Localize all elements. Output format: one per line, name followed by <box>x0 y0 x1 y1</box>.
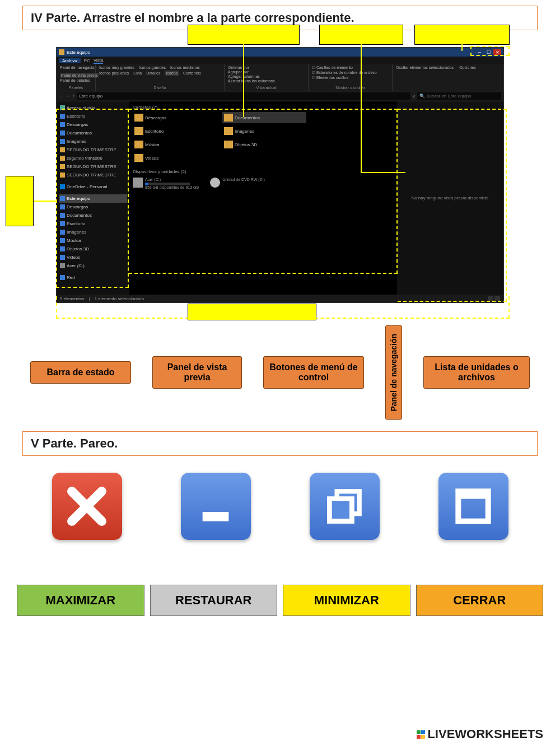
ocultos-check[interactable]: ☐ Elementos ocultos <box>312 76 348 80</box>
connector <box>34 201 57 202</box>
minimize-big-icon[interactable] <box>181 473 251 540</box>
nav-item-selected[interactable]: Este equipo <box>59 194 127 203</box>
status-items: 9 elementos <box>60 296 85 301</box>
label-nav[interactable]: Panel de navegación <box>385 325 402 420</box>
dropzone-top-right1[interactable] <box>319 25 403 45</box>
menu-vista[interactable]: Vista <box>94 58 104 64</box>
dropzone-left[interactable] <box>6 176 34 226</box>
vista-previa-button[interactable]: Panel de vista previa <box>60 73 99 78</box>
app-icon <box>59 49 64 55</box>
casillas-check[interactable]: ☐ Casillas de elemento <box>312 66 353 70</box>
address-bar: ← → ↑ Este equipo v 🔍 Buscar en Este equ… <box>57 91 503 101</box>
nav-item[interactable]: segundo trimestre <box>59 154 127 162</box>
opciones-button[interactable]: Opciones <box>459 66 476 69</box>
maximize-icon[interactable]: ☐ <box>484 49 492 55</box>
panel-nav-button[interactable]: Panel de navegación <box>60 66 96 69</box>
detalles2-button[interactable]: Detalles <box>146 71 160 75</box>
titlebar: Este equipo ─ ☐ ✕ <box>57 48 503 57</box>
label-botones[interactable]: Botones de menú de control <box>263 356 364 389</box>
match-cerrar[interactable]: CERRAR <box>416 585 544 616</box>
nav-item[interactable]: Acceso rápido <box>59 104 127 112</box>
nav-item[interactable]: Documentos <box>59 211 127 220</box>
view-toggle[interactable] <box>488 296 500 301</box>
detalles-button[interactable]: Panel de detalles <box>60 78 90 82</box>
dvd-icon <box>210 178 220 188</box>
menu-file[interactable]: Archivo <box>59 58 81 63</box>
folder-item[interactable]: Documentos <box>222 112 306 123</box>
match-restaurar[interactable]: RESTAURAR <box>150 585 278 616</box>
nav-item[interactable]: Objetos 3D <box>59 245 127 253</box>
svg-rect-2 <box>329 498 352 521</box>
explorer-container: Este equipo ─ ☐ ✕ Archivo PC Vista Panel… <box>0 47 560 303</box>
status-bar: 9 elementos | 1 elemento seleccionado <box>57 295 503 302</box>
nav-item[interactable]: Descargas <box>59 203 127 211</box>
folder-item[interactable]: Imágenes <box>222 125 306 137</box>
folder-item[interactable]: Escritorio <box>133 125 217 137</box>
nav-item[interactable]: OneDrive - Personal <box>59 183 127 191</box>
icons-large-button[interactable]: Iconos muy grandes <box>99 66 134 69</box>
watermark: LIVEWORKSHEETS <box>417 727 543 742</box>
drive-icon <box>133 178 143 188</box>
nav-item[interactable]: Escritorio <box>59 220 127 228</box>
match-maximizar[interactable]: MAXIMIZAR <box>17 585 144 616</box>
ext-check[interactable]: ☑ Extensiones de nombre de archivo <box>312 71 377 75</box>
maximize-big-icon[interactable] <box>438 473 508 540</box>
icons-pequenos-button[interactable]: Iconos pequeños <box>99 71 129 75</box>
ordenar-button[interactable]: Ordenar por <box>228 66 249 69</box>
status-selected: 1 elemento seleccionado <box>95 296 144 301</box>
drive-dvd[interactable]: Unidad de DVD RW (D:) <box>210 178 265 189</box>
nav-item[interactable]: Red <box>59 273 127 282</box>
connector <box>361 44 362 173</box>
search-input[interactable]: 🔍 Buscar en Este equipo <box>417 92 501 100</box>
group-vista-label: Vista actual <box>228 86 305 90</box>
drive-c[interactable]: Acer (C:) 853 GB disponibles de 913 GB <box>133 178 199 189</box>
nav-item[interactable]: Descargas <box>59 120 127 129</box>
part5-title: V Parte. Pareo. <box>22 431 538 456</box>
close-big-icon[interactable] <box>52 473 122 540</box>
ocultar-sel-button[interactable]: Ocultar elementos seleccionados <box>396 66 454 69</box>
content-pane: Carpetas (7) Descargas Documentos Escrit… <box>129 101 397 295</box>
dropzone-bottom[interactable] <box>188 304 316 320</box>
folder-item[interactable]: Videos <box>133 152 217 164</box>
lista-button[interactable]: Lista <box>133 71 142 75</box>
dropzone-top-center[interactable] <box>188 25 300 45</box>
nav-item[interactable]: Documentos <box>59 129 127 137</box>
label-vista[interactable]: Panel de vista previa <box>152 356 242 389</box>
contenido-button[interactable]: Contenido <box>183 71 201 75</box>
nav-item[interactable]: Imágenes <box>59 228 127 236</box>
label-lista[interactable]: Lista de unidades o archivos <box>423 356 530 389</box>
folder-item[interactable]: Descargas <box>133 112 217 123</box>
window-controls: ─ ☐ ✕ <box>475 49 501 55</box>
icons-medianos-button[interactable]: Iconos medianos <box>170 66 200 69</box>
match-minimizar[interactable]: MINIMIZAR <box>283 585 410 616</box>
drives-list: Acer (C:) 853 GB disponibles de 913 GB U… <box>133 178 394 189</box>
menu-pc[interactable]: PC <box>84 58 90 63</box>
nav-item[interactable]: Videos <box>59 253 127 262</box>
nav-item[interactable]: Acer (C:) <box>59 262 127 270</box>
group-paneles-label: Paneles <box>60 86 92 90</box>
nav-item[interactable]: Imágenes <box>59 137 127 146</box>
restore-big-icon[interactable] <box>310 473 380 540</box>
navigation-pane: Acceso rápido Escritorio Descargas Docum… <box>57 101 129 295</box>
nav-item[interactable]: Escritorio <box>59 112 127 120</box>
icons-grandes-button[interactable]: Iconos grandes <box>139 66 166 69</box>
iconos-button[interactable]: Iconos <box>165 71 179 76</box>
nav-item[interactable]: SEGUNDO TRIMESTRE <box>59 162 127 171</box>
close-icon[interactable]: ✕ <box>493 49 501 55</box>
nav-item[interactable]: SEGUNDO TRIMESTRE <box>59 171 127 179</box>
ajustar-button[interactable]: Ajustar todas las columnas <box>228 79 275 83</box>
explorer-body: Acceso rápido Escritorio Descargas Docum… <box>57 101 503 295</box>
label-estado[interactable]: Barra de estado <box>30 361 131 384</box>
nav-item[interactable]: SEGUNDO TRIMESTRE <box>59 146 127 154</box>
folders-list: Descargas Documentos Escritorio Imágenes… <box>133 112 394 164</box>
folder-item[interactable]: Música <box>133 139 217 150</box>
group-diseno-label: Diseño <box>99 86 221 90</box>
nav-up-icon[interactable]: ↑ <box>72 94 74 99</box>
nav-back-icon[interactable]: ← <box>59 94 63 99</box>
folder-item[interactable]: Objetos 3D <box>222 139 306 150</box>
nav-item[interactable]: Música <box>59 236 127 245</box>
minimize-icon[interactable]: ─ <box>475 49 483 55</box>
nav-fwd-icon[interactable]: → <box>66 94 70 99</box>
agrupar-button[interactable]: Agrupar por <box>228 70 249 74</box>
dropzone-top-right2[interactable] <box>414 25 510 45</box>
